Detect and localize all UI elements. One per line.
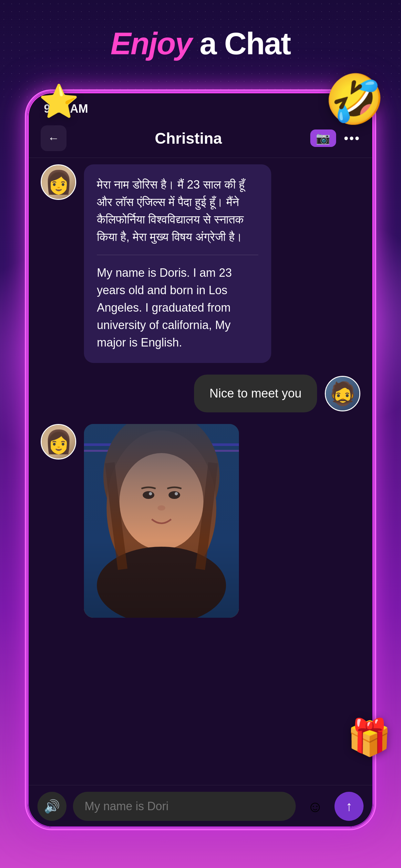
input-bar: 🔊 ☺️ ↑: [28, 785, 373, 827]
more-icon: •••: [344, 131, 360, 145]
title-enjoy: Enjoy: [111, 26, 191, 61]
avatar-user: [325, 376, 360, 411]
title-rest: a Chat: [192, 26, 290, 61]
svg-rect-2: [84, 450, 239, 452]
more-options-button[interactable]: •••: [344, 131, 360, 146]
video-icon: 📷: [316, 131, 330, 145]
svg-rect-0: [84, 424, 239, 618]
message-text-hindi: मेरा नाम डोरिस है। मैं 23 साल की हूँ और …: [97, 176, 258, 246]
message-input[interactable]: [73, 792, 296, 821]
message-bubble-received-1: मेरा नाम डोरिस है। मैं 23 साल की हूँ और …: [84, 164, 271, 363]
back-button[interactable]: ←: [41, 125, 66, 151]
message-bubble-sent-1: Nice to meet you: [194, 375, 317, 412]
chat-photo[interactable]: [84, 424, 239, 618]
message-row-sent-1: Nice to meet you: [41, 375, 360, 412]
message-text-sent-1: Nice to meet you: [210, 386, 302, 400]
laugh-emoji: 🤣: [325, 71, 385, 128]
voice-button[interactable]: 🔊: [37, 792, 66, 821]
send-button[interactable]: ↑: [335, 792, 364, 821]
page-title: Enjoy a Chat: [0, 26, 401, 61]
svg-point-5: [120, 453, 204, 550]
svg-point-7: [97, 547, 226, 618]
back-icon: ←: [48, 131, 59, 145]
avatar-doris-2: [41, 424, 76, 460]
svg-point-9: [168, 491, 180, 499]
bubble-divider: [97, 255, 258, 255]
star-emoji: ⭐: [39, 82, 79, 120]
chat-header: ← Christina 📷 •••: [28, 119, 373, 158]
header-actions: 📷 •••: [310, 129, 360, 147]
messages-area: मेरा नाम डोरिस है। मैं 23 साल की हूँ और …: [28, 158, 373, 785]
phone-mockup: 9:41 AM ← Christina 📷 •••: [26, 90, 375, 829]
svg-point-12: [158, 505, 165, 510]
photo-svg: [84, 424, 239, 618]
svg-rect-1: [84, 443, 239, 446]
avatar-image-user: [326, 377, 359, 410]
video-call-button[interactable]: 📷: [310, 129, 336, 147]
chat-photo-inner: [84, 424, 239, 618]
emoji-icon: ☺️: [307, 798, 323, 815]
gift-emoji: 🎁: [347, 717, 391, 758]
avatar-doris: [41, 164, 76, 200]
contact-name: Christina: [155, 129, 222, 147]
status-bar: 9:41 AM: [28, 92, 373, 119]
message-text-english: My name is Doris. I am 23 years old and …: [97, 264, 258, 351]
svg-point-10: [149, 492, 152, 495]
emoji-button[interactable]: ☺️: [302, 794, 328, 819]
svg-point-11: [175, 492, 178, 495]
avatar-image-doris: [42, 165, 75, 199]
svg-point-8: [143, 491, 154, 499]
avatar-image-doris-2: [42, 425, 75, 459]
svg-rect-6: [149, 540, 174, 566]
svg-point-3: [103, 424, 220, 540]
message-row-received-1: मेरा नाम डोरिस है। मैं 23 साल की हूँ और …: [41, 164, 360, 363]
message-row-received-image: [41, 424, 360, 618]
voice-icon: 🔊: [44, 799, 60, 814]
svg-point-4: [106, 430, 216, 585]
send-icon: ↑: [346, 799, 352, 814]
